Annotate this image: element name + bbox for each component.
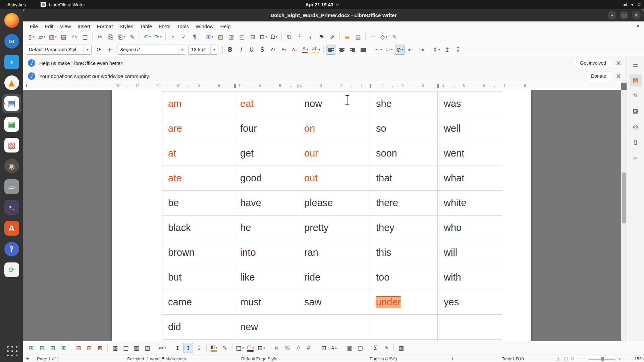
- insert-cross-reference-button[interactable]: ⇗: [327, 32, 337, 42]
- table-cell[interactable]: must: [234, 290, 298, 314]
- increase-indent-button[interactable]: ⇥: [416, 45, 426, 55]
- insert-row-above-button[interactable]: ⊞: [26, 343, 36, 353]
- table-cell[interactable]: too: [370, 265, 438, 290]
- table-cell[interactable]: so: [370, 116, 438, 141]
- no-list-dropdown[interactable]: ▾: [402, 48, 404, 51]
- table-cell[interactable]: [438, 315, 502, 339]
- menu-window[interactable]: Window: [192, 22, 217, 30]
- table-cell[interactable]: they: [370, 216, 438, 240]
- table-cell[interactable]: he: [234, 216, 298, 240]
- align-left-button[interactable]: [326, 45, 336, 55]
- zoom-in-button[interactable]: +: [618, 356, 621, 361]
- document-area[interactable]: ameatnowshewasarefouronsowellatgetoursoo…: [23, 90, 644, 341]
- font-name-combo[interactable]: Segoe UI ▾: [117, 45, 186, 55]
- table-cell[interactable]: ran: [298, 240, 370, 265]
- vertical-scrollbar[interactable]: [621, 90, 627, 341]
- table-cell[interactable]: are: [162, 116, 234, 141]
- table-cell[interactable]: what: [438, 166, 502, 190]
- table-properties-button[interactable]: ▦: [396, 343, 406, 353]
- highlighting-color-dropdown[interactable]: ▾: [319, 48, 320, 51]
- insert-special-character-dropdown[interactable]: ▾: [276, 35, 278, 39]
- border-style-dropdown[interactable]: ▾: [242, 346, 244, 350]
- menu-edit[interactable]: Edit: [41, 22, 57, 30]
- table-cell[interactable]: ride: [298, 265, 370, 290]
- sort-button[interactable]: A↓: [329, 343, 339, 353]
- table-cell[interactable]: there: [370, 191, 438, 215]
- redo-dropdown[interactable]: ▾: [160, 35, 162, 39]
- unordered-list-button[interactable]: •–▾: [373, 45, 383, 55]
- track-changes-button[interactable]: ▤: [353, 32, 363, 42]
- table-cell[interactable]: [370, 315, 438, 339]
- page-button[interactable]: ▯: [630, 136, 642, 148]
- clone-formatting-button[interactable]: ✎: [127, 32, 137, 42]
- table-cell[interactable]: ate: [162, 166, 234, 190]
- infobar-close-button[interactable]: ✕: [616, 59, 621, 67]
- infobar-close-button[interactable]: ✕: [616, 72, 621, 80]
- style-inspector-button[interactable]: ⌕: [630, 152, 642, 164]
- table-cell[interactable]: went: [438, 141, 502, 166]
- ruler[interactable]: L 1312111098765432112345678: [23, 82, 621, 90]
- insert-row-below-button[interactable]: ⊞: [37, 343, 47, 353]
- table-cell[interactable]: now: [298, 92, 370, 116]
- unprotect-cells-button[interactable]: ▢: [355, 343, 365, 353]
- table-cell[interactable]: under: [370, 290, 438, 314]
- print-button[interactable]: ⎙: [69, 32, 79, 42]
- justified-button[interactable]: [358, 45, 368, 55]
- table-cell[interactable]: black: [162, 216, 234, 240]
- dock-item-ubuntu-software[interactable]: A: [2, 219, 21, 238]
- menu-view[interactable]: View: [57, 22, 74, 30]
- paragraph-style-dropdown[interactable]: ▾: [84, 45, 91, 54]
- table-cell[interactable]: new: [234, 315, 298, 339]
- export-pdf-button[interactable]: ▤: [58, 32, 68, 42]
- insert-page-break-button[interactable]: ⊟: [248, 32, 258, 42]
- dock-item-files[interactable]: ▭: [2, 177, 21, 196]
- table-cell[interactable]: did: [162, 315, 234, 339]
- optimize-size-dropdown[interactable]: ▾: [164, 346, 166, 350]
- table-cell[interactable]: brown: [162, 240, 234, 265]
- close-button[interactable]: ✕: [632, 11, 641, 19]
- page-count[interactable]: Page 1 of 1: [37, 356, 59, 361]
- font-color-button[interactable]: A▾: [300, 45, 310, 55]
- dock-item-gimp[interactable]: ◉: [2, 157, 21, 175]
- navigator-button[interactable]: ◎: [630, 121, 642, 133]
- no-list-button[interactable]: ⊘▾: [395, 45, 405, 55]
- center-vertically-button[interactable]: ↕: [183, 343, 193, 353]
- tab-type-selector[interactable]: L: [26, 83, 28, 88]
- insert-line-button[interactable]: ─: [368, 32, 378, 42]
- sidebar-settings-button[interactable]: ☰: [630, 59, 642, 71]
- dock-item-libreoffice-writer[interactable]: ▤: [2, 94, 21, 113]
- open-button[interactable]: ▱▾: [37, 32, 47, 42]
- font-color-dropdown[interactable]: ▾: [307, 48, 308, 51]
- dock-item-software-updater[interactable]: ⟳: [2, 260, 21, 279]
- table-cell[interactable]: soon: [370, 141, 438, 166]
- menu-table[interactable]: Table: [137, 22, 155, 30]
- sum-button[interactable]: Σ: [370, 343, 380, 353]
- new-document-dropdown[interactable]: ▾: [33, 35, 34, 39]
- table-cell[interactable]: she: [370, 92, 438, 116]
- border-style-button[interactable]: □▾: [235, 343, 245, 353]
- table-cell[interactable]: this: [370, 240, 438, 265]
- table-cell[interactable]: be: [162, 191, 234, 215]
- open-dropdown[interactable]: ▾: [44, 35, 46, 39]
- dock-item-thunderbird[interactable]: ✉: [2, 32, 21, 51]
- clear-direct-formatting-button[interactable]: Aₓ: [289, 45, 300, 55]
- insert-bookmark-button[interactable]: ⚑: [316, 32, 326, 42]
- align-top-button[interactable]: ↥: [172, 343, 182, 353]
- line-spacing-button[interactable]: ↕▾: [431, 45, 441, 55]
- table-cell[interactable]: at: [162, 141, 234, 166]
- new-style-button[interactable]: +: [105, 45, 115, 55]
- dock-item-vlc[interactable]: ▲: [2, 73, 21, 92]
- strikethrough-button[interactable]: S: [257, 45, 267, 55]
- insert-field-button[interactable]: ⊡▾: [258, 32, 268, 42]
- maximize-button[interactable]: ▢: [620, 11, 629, 19]
- table-cell[interactable]: pretty: [298, 216, 370, 240]
- book-view-button[interactable]: ⧉: [571, 356, 574, 362]
- split-cells-button[interactable]: ◫: [121, 343, 131, 353]
- font-size-dropdown[interactable]: ▾: [210, 45, 218, 54]
- number-format-decimal-button[interactable]: .0: [293, 343, 303, 353]
- menu-form[interactable]: Form: [155, 22, 174, 30]
- table-cell[interactable]: four: [234, 116, 298, 141]
- paste-dropdown[interactable]: ▾: [123, 35, 125, 39]
- insert-chart-button[interactable]: ▥: [226, 32, 236, 42]
- paragraph-style-combo[interactable]: Default Paragraph Styl ▾: [26, 45, 92, 55]
